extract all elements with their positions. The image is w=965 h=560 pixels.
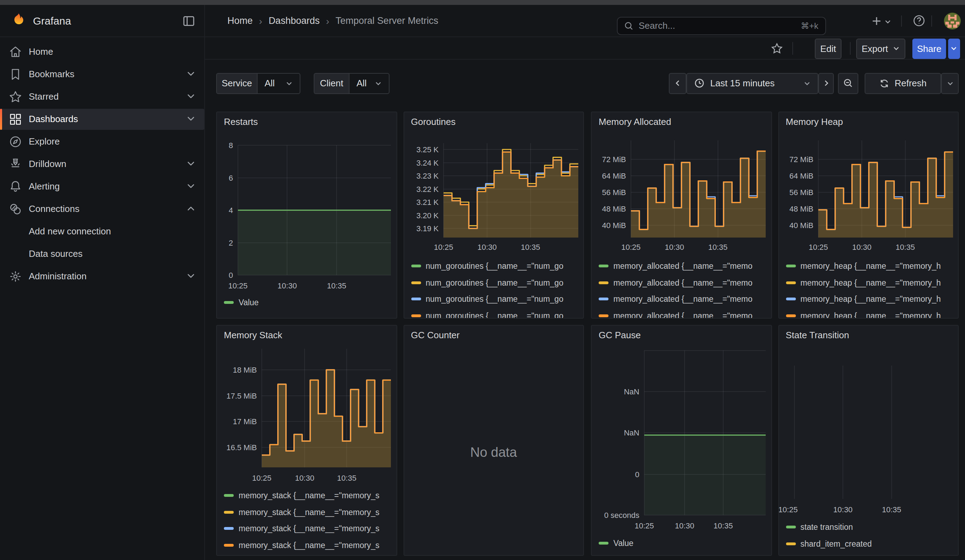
legend-swatch <box>786 542 795 545</box>
legend-label: memory_stack {__name__="memory_s <box>239 524 379 533</box>
sidebar-item-administration[interactable]: Administration <box>0 266 204 287</box>
panel-title[interactable]: Restarts <box>224 116 258 127</box>
legend-swatch <box>786 281 795 284</box>
sidebar-item-drilldown[interactable]: Drilldown <box>0 153 204 175</box>
export-button-label: Export <box>862 44 888 54</box>
refresh-interval-chevron[interactable] <box>941 73 959 94</box>
legend-item[interactable]: memory_stack {__name__="memory_s <box>224 508 379 516</box>
legend-item[interactable]: num_goroutines {__name__="num_go <box>411 295 563 303</box>
legend-item[interactable]: Value <box>599 539 633 547</box>
svg-text:10:35: 10:35 <box>895 243 914 251</box>
edit-button[interactable]: Edit <box>815 39 841 59</box>
legend-item[interactable]: memory_stack {__name__="memory_s <box>224 524 379 533</box>
time-range-back-button[interactable] <box>669 73 686 94</box>
legend-swatch <box>224 301 234 304</box>
svg-text:10:25: 10:25 <box>433 243 453 251</box>
panel-memory-heap: Memory Heap72 MiB64 MiB56 MiB48 MiB40 Mi… <box>778 112 959 318</box>
legend-item[interactable]: num_goroutines {__name__="num_go <box>411 278 563 287</box>
legend-item[interactable]: memory_allocated {__name__="memo <box>599 312 752 318</box>
svg-text:3.22 K: 3.22 K <box>416 185 438 194</box>
chevron-down-icon[interactable] <box>186 114 196 124</box>
add-button[interactable] <box>871 15 882 27</box>
time-range-zoom-out-button[interactable] <box>838 73 858 94</box>
sidebar-item-connections[interactable]: Connections <box>0 198 204 219</box>
legend-item[interactable]: memory_heap {__name__="memory_h <box>786 262 941 270</box>
panel-title[interactable]: Goroutines <box>411 116 455 127</box>
favorite-button[interactable] <box>770 42 783 54</box>
panel-title[interactable]: Memory Stack <box>224 330 282 340</box>
legend-item[interactable]: shard_item_created <box>786 539 872 548</box>
chevron-down-icon[interactable] <box>186 91 196 101</box>
breadcrumb-item-dashboards[interactable]: Dashboards <box>268 16 320 26</box>
sidebar-item-label: Explore <box>29 136 60 147</box>
legend-item[interactable]: num_goroutines {__name__="num_go <box>411 312 563 318</box>
share-button[interactable]: Share <box>913 39 946 59</box>
svg-text:3.25 K: 3.25 K <box>416 145 438 154</box>
svg-text:4: 4 <box>229 206 233 215</box>
svg-text:72 MiB: 72 MiB <box>789 155 813 164</box>
legend-item[interactable]: num_goroutines {__name__="num_go <box>411 262 563 270</box>
add-menu-chevron[interactable] <box>884 18 891 25</box>
chevron-down-icon[interactable] <box>186 69 196 79</box>
chevron-up-icon[interactable] <box>186 204 196 214</box>
svg-text:10:30: 10:30 <box>477 243 497 251</box>
panel-title[interactable]: State Transition <box>786 330 849 340</box>
legend-item[interactable]: memory_allocated {__name__="memo <box>599 278 752 287</box>
sidebar-collapse-icon[interactable] <box>182 14 196 28</box>
time-range-picker[interactable]: Last 15 minutes <box>686 73 818 94</box>
legend-item[interactable]: memory_allocated {__name__="memo <box>599 295 752 303</box>
chart-canvas: 3.25 K3.24 K3.23 K3.22 K3.21 K3.20 K3.19… <box>404 112 583 318</box>
legend-item[interactable]: Value <box>224 298 258 307</box>
legend-item[interactable]: memory_heap {__name__="memory_h <box>786 278 941 287</box>
help-button[interactable] <box>913 14 926 28</box>
panel-title[interactable]: GC Pause <box>599 330 641 340</box>
brand-name: Grafana <box>33 15 71 27</box>
panel-state-transition: State Transition10:2510:3010:35state tra… <box>778 325 959 556</box>
chevron-down-icon[interactable] <box>186 181 196 191</box>
breadcrumb-item-home[interactable]: Home <box>227 16 253 26</box>
zoom-out-icon <box>843 78 854 89</box>
sidebar-item-starred[interactable]: Starred <box>0 86 204 107</box>
legend-item[interactable]: memory_stack {__name__="memory_s <box>224 491 379 500</box>
chart-canvas: 72 MiB64 MiB56 MiB48 MiB40 MiB10:2510:30… <box>779 112 958 318</box>
legend-item[interactable]: memory_heap {__name__="memory_h <box>786 312 941 318</box>
sidebar-item-bookmarks[interactable]: Bookmarks <box>0 64 204 85</box>
sidebar-item-add-new-connection[interactable]: Add new connection <box>0 221 204 242</box>
sidebar-item-label: Starred <box>29 91 59 102</box>
legend-item[interactable]: state transition <box>786 523 853 531</box>
panel-title[interactable]: Memory Allocated <box>599 116 671 127</box>
export-button[interactable]: Export <box>856 39 905 59</box>
home-icon <box>8 44 23 59</box>
header-divider <box>901 15 902 27</box>
chevron-down-icon[interactable] <box>186 271 196 281</box>
service-variable-select[interactable]: All <box>257 73 300 94</box>
legend-label: num_goroutines {__name__="num_go <box>426 312 563 318</box>
panel-title[interactable]: Memory Heap <box>786 116 843 127</box>
sidebar-item-dashboards[interactable]: Dashboards <box>0 108 204 129</box>
time-range-forward-button[interactable] <box>818 73 834 94</box>
star-icon <box>8 90 23 103</box>
question-circle-icon <box>913 14 926 28</box>
panel-title[interactable]: GC Counter <box>411 330 460 340</box>
legend-item[interactable]: memory_allocated {__name__="memo <box>599 262 752 270</box>
legend-item[interactable]: memory_heap {__name__="memory_h <box>786 295 941 303</box>
legend-item[interactable]: memory_stack {__name__="memory_s <box>224 541 379 550</box>
top-header: Grafana Home›Dashboards›Temporal Server … <box>0 5 965 37</box>
svg-text:16.5 MiB: 16.5 MiB <box>226 443 257 452</box>
refresh-button[interactable]: Refresh <box>865 73 941 94</box>
avatar[interactable] <box>944 13 961 29</box>
sidebar-item-home[interactable]: Home <box>0 41 204 62</box>
share-menu-button[interactable] <box>948 39 960 59</box>
sidebar-item-label: Home <box>29 46 53 57</box>
gear-icon <box>8 269 23 283</box>
sidebar-item-explore[interactable]: Explore <box>0 131 204 152</box>
sidebar-item-alerting[interactable]: Alerting <box>0 176 204 197</box>
chevron-down-icon[interactable] <box>186 159 196 169</box>
search-input[interactable]: Search... ⌘+k <box>617 16 826 35</box>
legend-swatch <box>786 526 795 528</box>
svg-text:56 MiB: 56 MiB <box>789 188 813 197</box>
client-variable-select[interactable]: All <box>349 73 389 94</box>
legend-label: num_goroutines {__name__="num_go <box>426 295 563 303</box>
chart-canvas: NaNNaN00 seconds10:2510:3010:35 <box>592 326 771 555</box>
sidebar-item-data-sources[interactable]: Data sources <box>0 243 204 264</box>
